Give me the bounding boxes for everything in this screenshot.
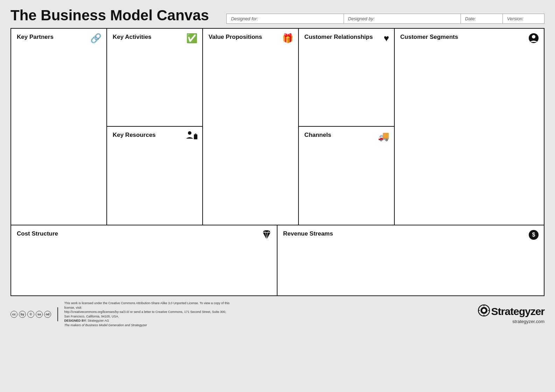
svg-point-5 (532, 35, 535, 38)
designed-by-footer: DESIGNED BY: Strategyzer AG (64, 319, 109, 322)
license-line1: This work is licensed under the Creative… (64, 301, 230, 309)
key-partners-title: Key Partners (17, 34, 54, 40)
key-activities-title: Key Activities (113, 34, 152, 40)
channels-title: Channels (304, 132, 331, 138)
header-fields: Designed for: Designed by: Date: Version… (226, 14, 545, 24)
business-model-canvas: Key Partners 🔗 Key Activities ✅ Key Reso… (10, 28, 545, 296)
designed-by-label: Designed by: (348, 16, 456, 21)
customer-relationships-cell: Customer Relationships ♥ (299, 29, 394, 127)
revenue-streams-title: Revenue Streams (283, 230, 333, 237)
designed-for-field[interactable]: Designed for: (226, 14, 343, 24)
value-propositions-title: Value Propositions (209, 34, 262, 40)
strategyzer-logo: Strategyzer (478, 304, 545, 319)
version-field[interactable]: Version: (503, 14, 545, 24)
cc-icon-cc: cc (10, 311, 17, 318)
canvas-bottom-section: Cost Structure Revenue Streams (11, 225, 544, 295)
page-footer: cc by © sa nd This work is licensed unde… (10, 300, 545, 329)
designed-by-value: Strategyzer AG (87, 319, 109, 322)
svg-point-0 (188, 131, 191, 135)
revenue-streams-cell: Revenue Streams $ (278, 225, 544, 295)
customer-segments-cell: Customer Segments (395, 29, 544, 225)
footer-license-text: This work is licensed under the Creative… (64, 301, 232, 328)
customer-relationships-icon: ♥ (384, 33, 389, 44)
key-resources-icon (186, 131, 197, 142)
designed-by-label: DESIGNED BY: (64, 319, 87, 322)
key-resources-title: Key Resources (113, 132, 156, 138)
key-activities-icon: ✅ (186, 33, 197, 44)
cc-icon-by: by (19, 311, 26, 318)
key-activities-cell: Key Activities ✅ (107, 29, 202, 127)
cc-icons: cc by © sa nd (10, 311, 51, 318)
key-resources-cell: Key Resources (107, 127, 202, 225)
customer-segments-title: Customer Segments (400, 34, 458, 40)
right-mid-column: Customer Relationships ♥ Channels 🚚 (299, 29, 395, 225)
strategyzer-url: strategyzer.com (512, 319, 545, 324)
canvas-top-section: Key Partners 🔗 Key Activities ✅ Key Reso… (11, 29, 544, 225)
key-partners-cell: Key Partners 🔗 (11, 29, 107, 225)
cost-structure-title: Cost Structure (17, 230, 58, 237)
tagline: The makers of Business Model Generation … (64, 323, 147, 327)
cost-structure-icon (261, 230, 272, 242)
revenue-streams-icon: $ (528, 230, 539, 243)
value-propositions-icon: 🎁 (282, 33, 293, 44)
cc-icon-nc: © (27, 311, 34, 318)
footer-right: Strategyzer strategyzer.com (478, 304, 545, 324)
designed-for-label: Designed for: (231, 16, 339, 21)
svg-text:$: $ (532, 232, 535, 238)
footer-left: cc by © sa nd This work is licensed unde… (10, 301, 232, 328)
date-field[interactable]: Date: (461, 14, 503, 24)
date-label: Date: (465, 16, 498, 21)
license-line2: http://creativecommons.org/licenses/by-s… (64, 310, 226, 318)
value-propositions-cell: Value Propositions 🎁 (203, 29, 299, 225)
customer-relationships-title: Customer Relationships (304, 34, 373, 40)
strategyzer-logo-icon (478, 304, 490, 319)
strategyzer-brand: Strategyzer (491, 306, 545, 317)
page-title: The Business Model Canvas (10, 7, 209, 24)
designed-by-field[interactable]: Designed by: (344, 14, 461, 24)
footer-divider (57, 307, 58, 321)
channels-cell: Channels 🚚 (299, 127, 394, 225)
cc-icon-nd: nd (44, 311, 51, 318)
cost-structure-cell: Cost Structure (11, 225, 278, 295)
channels-icon: 🚚 (378, 131, 389, 142)
svg-point-10 (482, 309, 486, 312)
customer-segments-icon (528, 33, 539, 46)
middle-column: Key Activities ✅ Key Resources (107, 29, 203, 225)
page-header: The Business Model Canvas Designed for: … (10, 7, 545, 24)
cc-icon-sa: sa (36, 311, 43, 318)
version-label: Version: (507, 16, 540, 21)
svg-rect-1 (194, 134, 197, 139)
key-partners-icon: 🔗 (90, 33, 101, 44)
